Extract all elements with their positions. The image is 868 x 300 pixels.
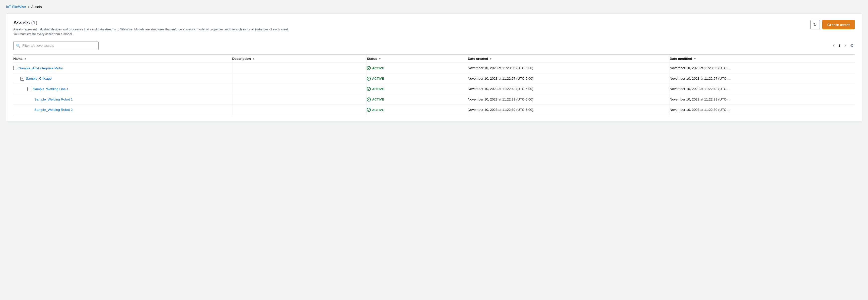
status-check-icon: ✓ — [367, 66, 371, 70]
card-title-area: Assets (1) Assets represent industrial d… — [13, 20, 289, 37]
status-label: ACTIVE — [372, 98, 384, 101]
chevron-left-icon: ‹ — [833, 43, 834, 48]
asset-date-created: November 10, 2023 at 11:22:48 (UTC-5:00) — [468, 84, 670, 94]
table-row: −Sample_Welding Line 1✓ACTIVENovember 10… — [13, 84, 855, 94]
filter-row: 🔍 ‹ 1 › ⚙ — [13, 41, 855, 50]
col-header-date-created: Date created ▾ — [468, 55, 670, 63]
sort-icon-name: ▾ — [25, 57, 26, 60]
chevron-right-icon: › — [844, 43, 846, 48]
asset-name-link[interactable]: Sample_Chicago — [26, 77, 52, 80]
breadcrumb-current: Assets — [31, 5, 42, 9]
tree-collapse-icon[interactable]: − — [27, 87, 31, 91]
asset-name-link[interactable]: Sample_Welding Robot 2 — [34, 108, 73, 112]
status-label: ACTIVE — [372, 87, 384, 91]
settings-icon: ⚙ — [850, 43, 854, 48]
asset-date-modified: November 10, 2023 at 11:22:57 (UTC-... — [670, 73, 855, 84]
main-card: Assets (1) Assets represent industrial d… — [6, 13, 862, 121]
asset-description — [232, 73, 367, 84]
col-header-description: Description ▾ — [232, 55, 367, 63]
breadcrumb-separator: › — [28, 4, 29, 9]
create-asset-button[interactable]: Create asset — [822, 20, 855, 29]
asset-description — [232, 94, 367, 105]
pagination-area: ‹ 1 › ⚙ — [832, 43, 855, 49]
col-header-status: Status ▾ — [367, 55, 468, 63]
asset-date-modified: November 10, 2023 at 11:23:06 (UTC-... — [670, 63, 855, 73]
asset-date-created: November 10, 2023 at 11:22:30 (UTC-5:00) — [468, 105, 670, 115]
table-row: −Sample_AnyEnterprise Motor✓ACTIVENovemb… — [13, 63, 855, 73]
status-label: ACTIVE — [372, 66, 384, 70]
table-settings-button[interactable]: ⚙ — [849, 43, 855, 49]
status-check-icon: ✓ — [367, 77, 371, 81]
refresh-icon: ↻ — [813, 22, 816, 27]
col-header-date-modified: Date modified ▾ — [670, 55, 855, 63]
table-body: −Sample_AnyEnterprise Motor✓ACTIVENovemb… — [13, 63, 855, 115]
status-label: ACTIVE — [372, 108, 384, 112]
card-count: (1) — [31, 20, 37, 25]
asset-date-modified: November 10, 2023 at 11:22:39 (UTC-... — [670, 94, 855, 105]
asset-date-modified: November 10, 2023 at 11:22:48 (UTC-... — [670, 84, 855, 94]
status-check-icon: ✓ — [367, 108, 371, 112]
table-row: −Sample_Chicago✓ACTIVENovember 10, 2023 … — [13, 73, 855, 84]
asset-status: ✓ACTIVE — [367, 73, 468, 84]
pagination-prev-button[interactable]: ‹ — [832, 43, 835, 49]
asset-status: ✓ACTIVE — [367, 94, 468, 105]
card-title: Assets (1) — [13, 20, 289, 26]
status-label: ACTIVE — [372, 77, 384, 80]
breadcrumb: IoT SiteWise › Assets — [6, 4, 862, 9]
status-check-icon: ✓ — [367, 98, 371, 102]
asset-date-created: November 10, 2023 at 11:23:06 (UTC-5:00) — [468, 63, 670, 73]
card-title-text: Assets — [13, 20, 30, 25]
page-number: 1 — [837, 44, 841, 48]
asset-date-created: November 10, 2023 at 11:22:39 (UTC-5:00) — [468, 94, 670, 105]
asset-status: ✓ACTIVE — [367, 105, 468, 115]
table-row: Sample_Welding Robot 2✓ACTIVENovember 10… — [13, 105, 855, 115]
asset-name-link[interactable]: Sample_Welding Line 1 — [33, 87, 68, 91]
table-header: Name ▾ Description ▾ Status ▾ Date creat… — [13, 55, 855, 63]
col-header-name: Name ▾ — [13, 55, 232, 63]
pagination-next-button[interactable]: › — [843, 43, 847, 49]
asset-name-link[interactable]: Sample_Welding Robot 1 — [34, 98, 73, 101]
asset-description — [232, 84, 367, 94]
status-check-icon: ✓ — [367, 87, 371, 91]
table-row: Sample_Welding Robot 1✓ACTIVENovember 10… — [13, 94, 855, 105]
refresh-button[interactable]: ↻ — [810, 20, 820, 29]
sort-icon-date-modified: ▾ — [694, 57, 696, 60]
sort-icon-status: ▾ — [379, 57, 380, 60]
asset-description — [232, 105, 367, 115]
search-box: 🔍 — [13, 41, 99, 50]
breadcrumb-link-iot[interactable]: IoT SiteWise — [6, 5, 26, 9]
search-icon: 🔍 — [16, 44, 20, 48]
assets-table: Name ▾ Description ▾ Status ▾ Date creat… — [13, 54, 855, 115]
asset-description — [232, 63, 367, 73]
tree-collapse-icon[interactable]: − — [20, 77, 24, 81]
asset-name-link[interactable]: Sample_AnyEnterprise Motor — [19, 66, 63, 70]
sort-icon-date-created: ▾ — [490, 57, 491, 60]
asset-status: ✓ACTIVE — [367, 63, 468, 73]
card-description: Assets represent industrial devices and … — [13, 27, 289, 37]
search-input[interactable] — [22, 44, 96, 48]
asset-status: ✓ACTIVE — [367, 84, 468, 94]
asset-date-modified: November 10, 2023 at 11:22:30 (UTC-... — [670, 105, 855, 115]
asset-date-created: November 10, 2023 at 11:22:57 (UTC-5:00) — [468, 73, 670, 84]
card-header: Assets (1) Assets represent industrial d… — [13, 20, 855, 37]
sort-icon-description: ▾ — [253, 57, 254, 60]
tree-collapse-icon[interactable]: − — [13, 66, 17, 70]
header-actions: ↻ Create asset — [810, 20, 855, 29]
